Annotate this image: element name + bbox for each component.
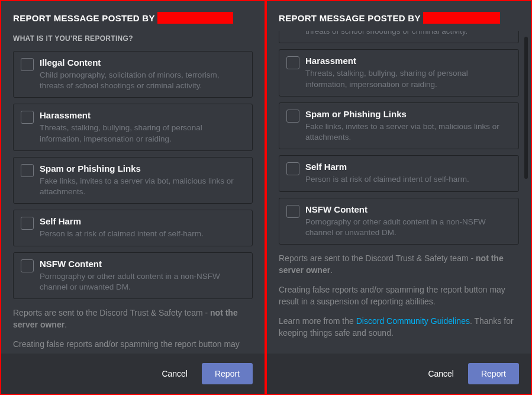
option-desc: Fake links, invites to a server via bot,… [40,176,245,197]
option-spam-phishing[interactable]: Spam or Phishing Links Fake links, invit… [13,157,253,204]
dialog-title: REPORT MESSAGE POSTED BY [13,13,155,23]
option-desc: Threats, stalking, bullying, sharing of … [40,123,245,144]
info-trust-safety: Reports are sent to the Discord Trust & … [279,253,519,276]
cancel-button[interactable]: Cancel [428,369,454,378]
option-illegal-content[interactable]: Illegal Content Child pornography, solic… [13,51,253,98]
dialog-footer: Cancel Report [1,354,265,394]
report-button[interactable]: Report [202,363,253,384]
checkbox-icon[interactable] [21,58,34,71]
option-title: Harassment [40,110,245,120]
option-desc: Threats, stalking, bullying, sharing of … [305,68,511,89]
option-title: Self Harm [40,216,245,226]
option-title: Self Harm [305,162,511,172]
option-title: Illegal Content [40,57,245,68]
dialog-header: REPORT MESSAGE POSTED BY [267,1,531,31]
option-desc: Person is at risk of claimed intent of s… [305,174,511,185]
option-title: NSFW Content [305,204,511,214]
scrollbar[interactable] [524,37,528,179]
option-self-harm[interactable]: Self Harm Person is at risk of claimed i… [13,210,253,246]
username-redacted [157,12,233,24]
option-harassment[interactable]: Harassment Threats, stalking, bullying, … [279,49,519,96]
checkbox-icon[interactable] [286,110,299,123]
option-desc: Person is at risk of claimed intent of s… [40,229,245,239]
checkbox-icon[interactable] [286,205,299,218]
dialog-content: WHAT IS IT YOU'RE REPORTING? Illegal Con… [1,31,265,354]
info-false-reports: Creating false reports and/or spamming t… [13,339,253,351]
cancel-button[interactable]: Cancel [162,369,188,378]
option-desc: Child pornography, solicitation of minor… [40,70,245,91]
info-false-reports: Creating false reports and/or spamming t… [279,284,519,307]
username-redacted [423,12,500,24]
report-button[interactable]: Report [468,363,519,384]
option-nsfw-content[interactable]: NSFW Content Pornography or other adult … [279,198,519,245]
option-desc: Pornography or other adult content in a … [40,271,245,293]
option-title: Harassment [305,56,511,66]
checkbox-icon[interactable] [286,56,299,69]
option-harassment[interactable]: Harassment Threats, stalking, bullying, … [13,104,253,150]
checkbox-icon[interactable] [21,217,34,230]
option-desc: Child pornography, solicitation of minor… [305,31,511,37]
report-dialog-left: REPORT MESSAGE POSTED BY WHAT IS IT YOU'… [0,0,266,395]
option-title: NSFW Content [40,259,245,269]
option-spam-phishing[interactable]: Spam or Phishing Links Fake links, invit… [279,102,519,149]
guidelines-link[interactable]: Discord Community Guidelines [356,316,470,326]
option-title: Spam or Phishing Links [40,163,245,174]
option-desc: Fake links, invites to a server via bot,… [305,121,511,143]
option-desc: Pornography or other adult content in a … [305,217,511,238]
checkbox-icon[interactable] [21,111,34,124]
checkbox-icon[interactable] [21,259,34,272]
info-trust-safety: Reports are sent to the Discord Trust & … [13,307,253,330]
option-self-harm[interactable]: Self Harm Person is at risk of claimed i… [279,155,519,191]
option-illegal-content[interactable]: Illegal Content Child pornography, solic… [279,31,519,43]
dialog-header: REPORT MESSAGE POSTED BY [1,1,265,31]
dialog-content: Illegal Content Child pornography, solic… [267,31,531,354]
option-nsfw-content[interactable]: NSFW Content Pornography or other adult … [13,252,253,299]
checkbox-icon[interactable] [286,162,299,175]
info-guidelines: Learn more from the Discord Community Gu… [279,316,519,339]
report-dialog-right: REPORT MESSAGE POSTED BY Illegal Content… [266,0,532,395]
dialog-title: REPORT MESSAGE POSTED BY [279,13,421,23]
section-subhead: WHAT IS IT YOU'RE REPORTING? [13,34,253,43]
option-title: Spam or Phishing Links [305,109,511,119]
dialog-footer: Cancel Report [267,354,531,394]
checkbox-icon[interactable] [21,164,34,177]
